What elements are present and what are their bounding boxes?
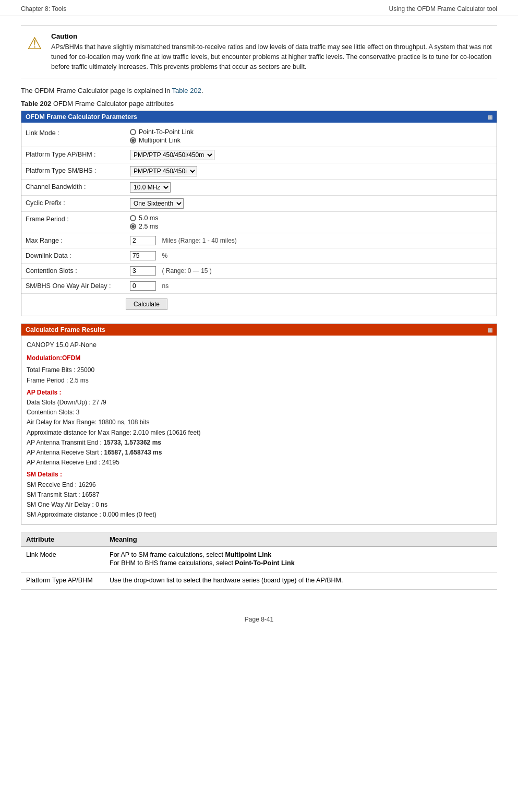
calculator-widget-header: OFDM Frame Calculator Parameters ▦ <box>21 111 497 123</box>
control-contention-slots: ( Range: 0 — 15 ) <box>130 266 492 276</box>
calculate-button[interactable]: Calculate <box>126 298 167 310</box>
radio-circle-5ms <box>130 215 136 221</box>
field-platform-sm-bhs: Platform Type SM/BHS : PMP/PTP 450/450i <box>21 163 497 180</box>
control-channel-bandwidth: 10.0 MHz <box>130 182 492 193</box>
control-downlink-data: % <box>130 251 492 260</box>
results-sm-details-label: SM Details : <box>27 470 491 480</box>
select-platform-sm-bhs[interactable]: PMP/PTP 450/450i <box>130 166 197 176</box>
table-caption: Table 202 OFDM Frame Calculator page att… <box>21 100 497 108</box>
label-channel-bandwidth: Channel Bandwidth : <box>26 182 130 190</box>
table-row: Platform Type AP/BHM Use the drop-down l… <box>21 572 497 590</box>
hint-contention-slots: ( Range: 0 — 15 ) <box>162 267 211 274</box>
label-cyclic-prefix: Cyclic Prefix : <box>26 198 130 207</box>
results-ap-details-label: AP Details : <box>27 388 491 398</box>
select-cyclic-prefix[interactable]: One Sixteenth <box>130 198 184 209</box>
input-downlink-data[interactable] <box>130 251 156 260</box>
control-max-range: Miles (Range: 1 - 40 miles) <box>130 236 492 245</box>
table-link[interactable]: Table 202 <box>172 87 201 94</box>
col-header-meaning: Meaning <box>104 532 497 547</box>
radio-point-to-point[interactable]: Point-To-Point Link <box>130 128 492 136</box>
radio-circle-2-5ms <box>130 223 136 230</box>
field-frame-period: Frame Period : 5.0 ms 2.5 ms <box>21 212 497 233</box>
caution-content: Caution APs/BHMs that have slightly mism… <box>51 32 493 71</box>
field-channel-bandwidth: Channel Bandwidth : 10.0 MHz <box>21 180 497 196</box>
calculate-row: Calculate <box>21 294 497 313</box>
caution-text: APs/BHMs that have slightly mismatched t… <box>51 42 493 71</box>
sm-details-label: SM Details : <box>27 471 62 478</box>
modulation-label: Modulation:OFDM <box>27 354 80 362</box>
caution-title: Caution <box>51 32 493 40</box>
field-cyclic-prefix: Cyclic Prefix : One Sixteenth <box>21 196 497 212</box>
meaning-link-mode: For AP to SM frame calculations, select … <box>104 547 497 572</box>
ap-details-label: AP Details : <box>27 389 61 396</box>
results-ap-approx-distance: Approximate distance for Max Range: 2.01… <box>27 428 491 438</box>
radio-5ms[interactable]: 5.0 ms <box>130 214 492 222</box>
table-row: Link Mode For AP to SM frame calculation… <box>21 547 497 572</box>
body-intro: The OFDM Frame Calculator page is explai… <box>21 87 497 94</box>
input-max-range[interactable] <box>130 236 156 245</box>
control-air-delay: ns <box>130 281 492 291</box>
header-left: Chapter 8: Tools <box>21 5 66 13</box>
radio-label-2-5ms: 2.5 ms <box>139 223 159 230</box>
field-platform-ap-bhm: Platform Type AP/BHM : PMP/PTP 450/450i/… <box>21 147 497 163</box>
main-content: ⚠ Caution APs/BHMs that have slightly mi… <box>0 16 518 600</box>
meaning-platform-type: Use the drop-down list to select the har… <box>104 572 497 590</box>
results-canopy-title: CANOPY 15.0 AP-None <box>27 340 491 350</box>
results-ap-receive-end: AP Antenna Receive End : 24195 <box>27 458 491 468</box>
results-frame-period: Frame Period : 2.5 ms <box>27 376 491 386</box>
field-link-mode: Link Mode : Point-To-Point Link Multipoi… <box>21 126 497 147</box>
header-right: Using the OFDM Frame Calculator tool <box>389 5 497 13</box>
page-header: Chapter 8: Tools Using the OFDM Frame Ca… <box>0 0 518 16</box>
label-air-delay: SM/BHS One Way Air Delay : <box>26 281 130 290</box>
results-sm-air-delay: SM One Way Air Delay : 0 ns <box>27 500 491 510</box>
calculator-widget-title: OFDM Frame Calculator Parameters <box>26 113 137 121</box>
radio-2-5ms[interactable]: 2.5 ms <box>130 223 492 230</box>
attr-link-mode: Link Mode <box>21 547 104 572</box>
results-widget: Calculated Frame Results ▦ CANOPY 15.0 A… <box>21 324 497 524</box>
attributes-table: Attribute Meaning Link Mode For AP to SM… <box>21 532 497 590</box>
input-air-delay[interactable] <box>130 281 156 291</box>
field-contention-slots: Contention Slots : ( Range: 0 — 15 ) <box>21 264 497 279</box>
select-channel-bandwidth[interactable]: 10.0 MHz <box>130 182 171 193</box>
radio-label-ptp: Point-To-Point Link <box>139 128 194 136</box>
control-link-mode: Point-To-Point Link Multipoint Link <box>130 128 492 144</box>
attr-platform-type: Platform Type AP/BHM <box>21 572 104 590</box>
control-platform-ap-bhm: PMP/PTP 450/450i/450m <box>130 150 492 160</box>
control-cyclic-prefix: One Sixteenth <box>130 198 492 209</box>
results-ap-air-delay: Air Delay for Max Range: 10800 ns, 108 b… <box>27 417 491 427</box>
radio-circle-multipoint <box>130 137 136 144</box>
select-platform-ap-bhm[interactable]: PMP/PTP 450/450i/450m <box>130 150 214 160</box>
results-widget-header: Calculated Frame Results ▦ <box>21 324 497 336</box>
results-ap-receive-start: AP Antenna Receive Start : 16587, 1.6587… <box>27 448 491 458</box>
widget-menu-icon[interactable]: ▦ <box>488 114 492 120</box>
radio-label-multipoint: Multipoint Link <box>139 137 180 144</box>
results-modulation: Modulation:OFDM <box>27 353 491 363</box>
field-air-delay: SM/BHS One Way Air Delay : ns <box>21 279 497 294</box>
results-sm-receive-end: SM Receive End : 16296 <box>27 480 491 490</box>
page-footer: Page 8-41 <box>0 616 518 634</box>
results-ap-data-slots: Data Slots (Down/Up) : 27 /9 <box>27 398 491 408</box>
results-total-frame-bits: Total Frame Bits : 25000 <box>27 365 491 375</box>
radio-frame-period: 5.0 ms 2.5 ms <box>130 214 492 230</box>
input-contention-slots[interactable] <box>130 266 156 276</box>
radio-multipoint[interactable]: Multipoint Link <box>130 137 492 144</box>
calculator-widget-body: Link Mode : Point-To-Point Link Multipoi… <box>21 123 497 316</box>
results-sm-transmit-start: SM Transmit Start : 16587 <box>27 490 491 500</box>
field-downlink-data: Downlink Data : % <box>21 248 497 264</box>
field-max-range: Max Range : Miles (Range: 1 - 40 miles) <box>21 233 497 248</box>
col-header-attribute: Attribute <box>21 532 104 547</box>
caution-box: ⚠ Caution APs/BHMs that have slightly mi… <box>21 26 497 78</box>
label-max-range: Max Range : <box>26 236 130 244</box>
results-widget-menu-icon[interactable]: ▦ <box>488 327 492 333</box>
results-ap-contention-slots: Contention Slots: 3 <box>27 408 491 417</box>
results-body: CANOPY 15.0 AP-None Modulation:OFDM Tota… <box>21 336 497 524</box>
caution-icon: ⚠ <box>25 33 44 53</box>
label-frame-period: Frame Period : <box>26 214 130 223</box>
label-platform-sm-bhs: Platform Type SM/BHS : <box>26 166 130 174</box>
label-contention-slots: Contention Slots : <box>26 266 130 274</box>
radio-circle-ptp <box>130 129 136 135</box>
label-link-mode: Link Mode : <box>26 128 130 137</box>
page-number: Page 8-41 <box>245 616 273 623</box>
table-header-row: Attribute Meaning <box>21 532 497 547</box>
calculator-widget: OFDM Frame Calculator Parameters ▦ Link … <box>21 111 497 316</box>
